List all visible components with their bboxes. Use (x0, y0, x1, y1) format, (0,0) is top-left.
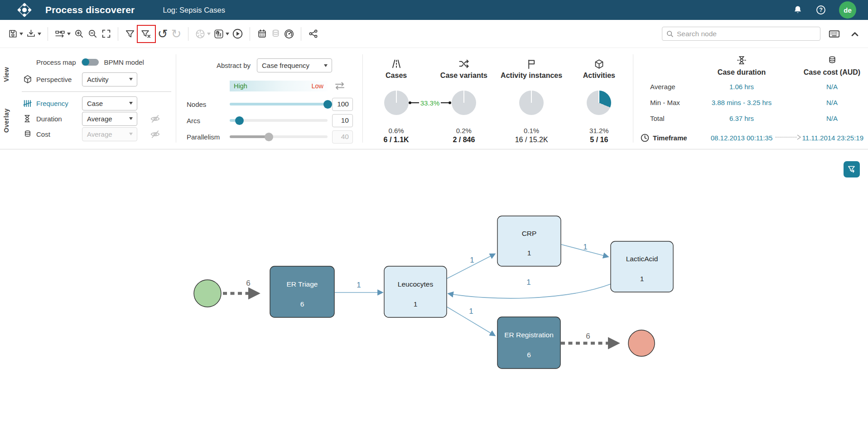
case-duration-header: Case duration (687, 68, 796, 77)
toolbar-separator (188, 27, 188, 41)
process-discoverer-app: Process discoverer Log: Sepsis Cases ? d… (0, 0, 868, 436)
performance-gauge-icon[interactable] (282, 26, 296, 42)
case-variants-pie-chart (452, 91, 476, 115)
slider-knob[interactable] (323, 100, 332, 109)
perspective-value: Activity (87, 76, 109, 83)
slider-knob[interactable] (235, 116, 244, 125)
case-duration-hourglass-icon (687, 54, 796, 66)
variant-ratio-value: 33.3% (419, 99, 441, 107)
clear-filter-icon[interactable] (139, 26, 154, 42)
toolbar-separator (48, 27, 48, 41)
share-icon[interactable] (306, 26, 320, 42)
search-node-box (662, 27, 820, 41)
edge-label-ertriage-leucocytes: 1 (357, 281, 361, 289)
dashboard-icon[interactable] (212, 26, 231, 42)
view-section-label: View (3, 59, 10, 91)
cost-label: Cost (36, 130, 82, 138)
case-metrics-section: Case duration Case cost (AUD) Average1.0… (633, 48, 868, 149)
perspective-dropdown[interactable]: Activity (82, 72, 137, 86)
abstract-by-dropdown[interactable]: Case frequency (257, 58, 332, 72)
app-logo-icon[interactable] (15, 1, 34, 19)
node-crp[interactable]: CRP1 (497, 216, 561, 266)
case-variant-ratio-link: 33.3% (409, 99, 451, 107)
node-start[interactable] (194, 280, 221, 307)
process-map-canvas[interactable]: 6111116ER Triage6Leucocytes1CRP1LacticAc… (0, 149, 868, 436)
perspective-cube-icon (23, 74, 36, 84)
svg-text:?: ? (819, 7, 823, 13)
frequency-dropdown[interactable]: Case (82, 96, 137, 110)
metric-row-total: Total6.37 hrsN/A (633, 110, 868, 126)
user-avatar[interactable]: de (839, 1, 856, 19)
notifications-bell-icon[interactable] (793, 5, 803, 15)
metric-duration-value: 6.37 hrs (687, 115, 796, 122)
cost-overlay-icon[interactable] (269, 26, 282, 42)
low-label: Low (311, 82, 323, 90)
calendar-icon[interactable] (255, 26, 269, 42)
node-end[interactable] (628, 330, 655, 356)
node-er-triage[interactable]: ER Triage6 (270, 266, 334, 317)
stat-percentage: 0.6% (389, 127, 404, 134)
layout-icon[interactable] (53, 26, 72, 42)
shuffle-icon (458, 58, 470, 70)
process-map-bpmn-toggle[interactable] (82, 59, 99, 66)
slider-knob[interactable] (265, 133, 273, 141)
settings-panel-row: View Overlay Process map BPMN model Pers… (0, 48, 868, 149)
clear-filter-highlight (137, 25, 156, 43)
help-icon[interactable]: ? (815, 5, 826, 15)
node-lacticacid[interactable]: LacticAcid1 (611, 241, 673, 292)
duration-value: Average (87, 115, 112, 123)
dropdown-caret-icon (129, 117, 133, 120)
layout-caret-icon (67, 33, 71, 35)
arcs-value-input[interactable] (332, 114, 353, 127)
node-leucocytes[interactable]: Leucocytes1 (384, 266, 447, 317)
export-download-icon[interactable] (24, 26, 43, 42)
high-low-gradient-bar: High Low (230, 81, 328, 91)
fit-screen-icon[interactable] (99, 26, 113, 42)
duration-visibility-eye-slash-icon[interactable] (150, 114, 160, 124)
edge-label-crp-lacticacid: 1 (583, 243, 587, 251)
toolbar-separator (250, 27, 250, 41)
overlay-section-label: Overlay (3, 99, 10, 142)
undo-icon[interactable]: ↺ (156, 26, 169, 42)
timeframe-arrow-icon (775, 134, 803, 140)
slider-label: Parallelism (187, 133, 230, 141)
play-icon[interactable] (231, 26, 245, 42)
nodes-slider[interactable] (230, 99, 328, 110)
save-icon[interactable] (6, 26, 24, 42)
cost-dropdown[interactable]: Average (82, 127, 137, 141)
invert-order-swap-icon[interactable] (334, 81, 346, 92)
metric-label: Total (633, 115, 687, 122)
export-caret-icon (38, 33, 41, 35)
filter-icon[interactable] (123, 26, 137, 42)
cost-visibility-eye-slash-icon[interactable] (150, 129, 160, 139)
zoom-out-icon[interactable] (86, 26, 99, 42)
quick-filter-badge-icon[interactable] (844, 161, 860, 177)
node-value: 1 (527, 249, 531, 257)
animate-icon[interactable] (193, 26, 212, 42)
collapse-panel-chevron-up-icon[interactable] (848, 26, 862, 42)
clock-icon (640, 133, 650, 143)
bpmn-model-label: BPMN model (104, 58, 144, 66)
toolbar-separator (118, 27, 118, 41)
parallelism-slider[interactable] (230, 131, 328, 142)
parallelism-value-input[interactable] (332, 130, 353, 144)
activities-pie-chart (587, 91, 611, 115)
abstract-by-label: Abstract by (217, 62, 251, 69)
redo-icon[interactable]: ↻ (169, 26, 183, 42)
frequency-value: Case (87, 100, 103, 107)
process-map-svg: 6111116ER Triage6Leucocytes1CRP1LacticAc… (0, 149, 868, 436)
node-label: LacticAcid (626, 255, 658, 263)
nodes-value-input[interactable] (332, 98, 353, 111)
stat-percentage: 0.1% (524, 127, 539, 134)
page-title: Process discoverer (45, 5, 135, 15)
keyboard-icon[interactable] (827, 26, 842, 42)
duration-dropdown[interactable]: Average (82, 112, 137, 126)
timeframe-end-value: 11.11.2014 23:25:19 (796, 134, 868, 142)
stat-count: 16 / 15.2K (515, 136, 548, 144)
node-er-registration[interactable]: ER Registration6 (497, 317, 560, 369)
slider-row-parallelism: Parallelism (187, 129, 356, 145)
search-node-input[interactable] (677, 30, 816, 38)
zoom-in-icon[interactable] (72, 26, 86, 42)
arcs-slider[interactable] (230, 115, 328, 126)
metric-cost-value: N/A (796, 115, 868, 122)
